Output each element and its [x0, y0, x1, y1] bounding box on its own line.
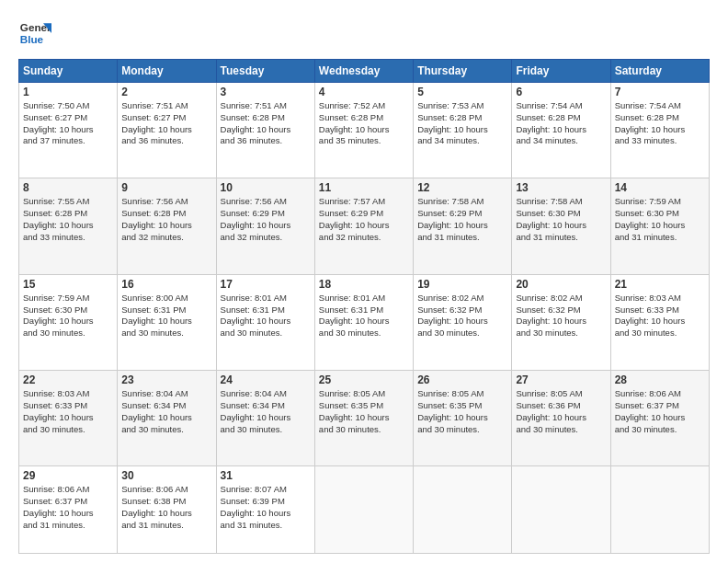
calendar-cell: 14Sunrise: 7:59 AMSunset: 6:30 PMDayligh… — [610, 178, 709, 274]
day-info: and 30 minutes. — [121, 327, 211, 339]
day-info: and 33 minutes. — [23, 232, 113, 244]
calendar-week-2: 8Sunrise: 7:55 AMSunset: 6:28 PMDaylight… — [19, 178, 710, 274]
calendar-cell: 20Sunrise: 8:02 AMSunset: 6:32 PMDayligh… — [512, 274, 610, 370]
day-info: Daylight: 10 hours — [221, 508, 311, 520]
day-info: and 34 minutes. — [516, 135, 606, 147]
day-info: and 30 minutes. — [319, 327, 409, 339]
calendar-cell: 22Sunrise: 8:03 AMSunset: 6:33 PMDayligh… — [19, 371, 118, 466]
day-info: and 30 minutes. — [23, 327, 113, 339]
day-info: Daylight: 10 hours — [319, 124, 409, 136]
day-info: and 31 minutes. — [221, 520, 311, 532]
day-number: 25 — [319, 373, 409, 386]
day-number: 7 — [615, 86, 705, 98]
day-info: Daylight: 10 hours — [319, 412, 409, 424]
day-info: Sunset: 6:29 PM — [221, 208, 311, 220]
header: General Blue — [18, 17, 710, 50]
day-info: and 30 minutes. — [516, 424, 606, 436]
day-info: Sunrise: 7:56 AM — [221, 196, 311, 208]
day-info: Daylight: 10 hours — [121, 220, 211, 232]
calendar-cell: 29Sunrise: 8:06 AMSunset: 6:37 PMDayligh… — [19, 466, 118, 554]
day-info: and 30 minutes. — [615, 327, 705, 339]
day-info: and 30 minutes. — [23, 424, 113, 436]
day-number: 4 — [319, 86, 409, 98]
calendar-cell: 19Sunrise: 8:02 AMSunset: 6:32 PMDayligh… — [414, 274, 512, 370]
day-info: Sunset: 6:36 PM — [516, 400, 606, 412]
day-number: 13 — [516, 181, 606, 194]
day-info: and 34 minutes. — [417, 135, 507, 147]
day-number: 30 — [121, 469, 211, 482]
day-info: Sunrise: 8:05 AM — [417, 388, 507, 400]
day-info: Sunrise: 7:55 AM — [23, 196, 113, 208]
calendar-cell: 21Sunrise: 8:03 AMSunset: 6:33 PMDayligh… — [610, 274, 709, 370]
day-number: 6 — [516, 86, 606, 98]
day-info: Sunrise: 8:06 AM — [23, 484, 113, 496]
day-info: Sunrise: 7:51 AM — [221, 100, 311, 112]
day-info: Sunset: 6:28 PM — [516, 112, 606, 124]
day-info: Sunrise: 8:07 AM — [221, 484, 311, 496]
day-info: Daylight: 10 hours — [417, 316, 507, 327]
day-info: Sunset: 6:30 PM — [615, 208, 705, 220]
calendar-cell — [512, 466, 610, 554]
day-info: Sunset: 6:32 PM — [417, 304, 507, 316]
day-info: Sunset: 6:33 PM — [615, 304, 705, 316]
day-number: 9 — [121, 181, 211, 194]
day-info: Sunset: 6:30 PM — [23, 304, 113, 316]
day-number: 29 — [23, 469, 113, 482]
calendar-cell: 3Sunrise: 7:51 AMSunset: 6:28 PMDaylight… — [216, 83, 314, 178]
day-info: Daylight: 10 hours — [221, 316, 311, 327]
calendar-cell: 4Sunrise: 7:52 AMSunset: 6:28 PMDaylight… — [314, 83, 413, 178]
calendar-cell: 2Sunrise: 7:51 AMSunset: 6:27 PMDaylight… — [118, 83, 216, 178]
day-info: Daylight: 10 hours — [516, 412, 606, 424]
day-info: Sunrise: 8:05 AM — [516, 388, 606, 400]
calendar-cell: 23Sunrise: 8:04 AMSunset: 6:34 PMDayligh… — [118, 371, 216, 466]
day-info: Daylight: 10 hours — [417, 220, 507, 232]
day-header-thursday: Thursday — [414, 60, 512, 83]
calendar-cell: 5Sunrise: 7:53 AMSunset: 6:28 PMDaylight… — [414, 83, 512, 178]
day-info: Sunset: 6:37 PM — [615, 400, 705, 412]
day-number: 5 — [417, 86, 507, 98]
day-info: Sunrise: 7:54 AM — [615, 100, 705, 112]
day-number: 27 — [516, 373, 606, 386]
day-info: and 32 minutes. — [121, 232, 211, 244]
day-number: 12 — [417, 181, 507, 194]
calendar-cell: 27Sunrise: 8:05 AMSunset: 6:36 PMDayligh… — [512, 371, 610, 466]
day-info: and 33 minutes. — [615, 135, 705, 147]
calendar-cell: 24Sunrise: 8:04 AMSunset: 6:34 PMDayligh… — [216, 371, 314, 466]
day-info: Daylight: 10 hours — [417, 124, 507, 136]
day-info: and 30 minutes. — [516, 327, 606, 339]
day-info: Sunset: 6:29 PM — [417, 208, 507, 220]
day-info: and 36 minutes. — [221, 135, 311, 147]
day-info: Sunset: 6:32 PM — [516, 304, 606, 316]
logo: General Blue — [18, 17, 51, 50]
day-info: Sunset: 6:27 PM — [23, 112, 113, 124]
day-info: Sunrise: 8:00 AM — [121, 293, 211, 304]
day-info: Sunrise: 7:53 AM — [417, 100, 507, 112]
day-number: 2 — [121, 86, 211, 98]
day-info: Daylight: 10 hours — [23, 412, 113, 424]
calendar-week-5: 29Sunrise: 8:06 AMSunset: 6:37 PMDayligh… — [19, 466, 710, 554]
day-info: Sunrise: 8:04 AM — [121, 388, 211, 400]
day-header-friday: Friday — [512, 60, 610, 83]
day-info: Sunset: 6:39 PM — [221, 496, 311, 508]
day-number: 24 — [221, 373, 311, 386]
day-info: Sunset: 6:31 PM — [221, 304, 311, 316]
day-info: Daylight: 10 hours — [516, 316, 606, 327]
day-info: and 30 minutes. — [319, 424, 409, 436]
day-info: Daylight: 10 hours — [121, 412, 211, 424]
day-info: Sunrise: 8:02 AM — [417, 293, 507, 304]
day-info: Daylight: 10 hours — [121, 316, 211, 327]
calendar-header-row: SundayMondayTuesdayWednesdayThursdayFrid… — [19, 60, 710, 83]
day-info: and 30 minutes. — [615, 424, 705, 436]
calendar-cell: 15Sunrise: 7:59 AMSunset: 6:30 PMDayligh… — [19, 274, 118, 370]
day-info: Sunset: 6:33 PM — [23, 400, 113, 412]
day-info: Sunset: 6:28 PM — [319, 112, 409, 124]
day-info: Sunset: 6:34 PM — [221, 400, 311, 412]
calendar-week-4: 22Sunrise: 8:03 AMSunset: 6:33 PMDayligh… — [19, 371, 710, 466]
day-info: and 31 minutes. — [23, 520, 113, 532]
day-number: 21 — [615, 278, 705, 291]
day-info: Sunrise: 7:56 AM — [121, 196, 211, 208]
day-info: and 36 minutes. — [121, 135, 211, 147]
day-info: Sunset: 6:31 PM — [121, 304, 211, 316]
day-info: Sunset: 6:35 PM — [417, 400, 507, 412]
day-info: and 30 minutes. — [121, 424, 211, 436]
